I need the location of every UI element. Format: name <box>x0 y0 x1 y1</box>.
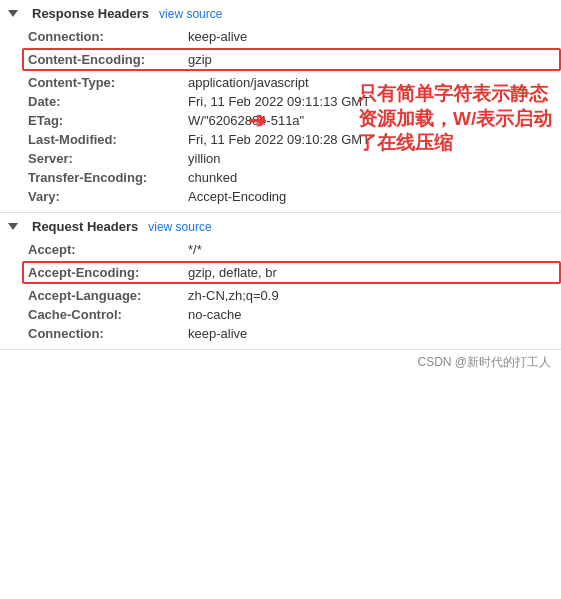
response-server-value: yillion <box>188 151 221 166</box>
request-accept-row: Accept: */* <box>8 240 561 259</box>
request-connection-value: keep-alive <box>188 326 247 341</box>
response-connection-row: Connection: keep-alive <box>8 27 561 46</box>
response-last-modified-key: Last-Modified: <box>28 132 188 147</box>
request-cache-control-row: Cache-Control: no-cache <box>8 305 561 324</box>
request-triangle-icon <box>8 223 22 230</box>
response-etag-value: W/"62062804-511a" <box>188 113 304 128</box>
response-date-key: Date: <box>28 94 188 109</box>
request-accept-encoding-key: Accept-Encoding: <box>28 265 188 280</box>
response-date-row: Date: Fri, 11 Feb 2022 09:11:13 GMT <box>8 92 561 111</box>
response-etag-key: ETag: <box>28 113 188 128</box>
response-triangle-icon <box>8 10 22 17</box>
response-content-type-row: Content-Type: application/javascript <box>8 73 561 92</box>
response-last-modified-row: Last-Modified: Fri, 11 Feb 2022 09:10:28… <box>8 130 561 149</box>
response-connection-key: Connection: <box>28 29 188 44</box>
request-connection-row: Connection: keep-alive <box>8 324 561 343</box>
response-vary-value: Accept-Encoding <box>188 189 286 204</box>
response-date-value: Fri, 11 Feb 2022 09:11:13 GMT <box>188 94 370 109</box>
response-content-encoding-row: Content-Encoding: gzip <box>22 48 561 71</box>
request-accept-encoding-value: gzip, deflate, br <box>188 265 277 280</box>
response-transfer-encoding-row: Transfer-Encoding: chunked <box>8 168 561 187</box>
response-transfer-encoding-value: chunked <box>188 170 237 185</box>
request-accept-value: */* <box>188 242 202 257</box>
request-headers-header: Request Headers view source <box>8 219 561 234</box>
response-content-encoding-value: gzip <box>188 52 212 67</box>
response-server-key: Server: <box>28 151 188 166</box>
request-accept-encoding-row: Accept-Encoding: gzip, deflate, br <box>22 261 561 284</box>
response-content-type-key: Content-Type: <box>28 75 188 90</box>
response-headers-title: Response Headers <box>32 6 149 21</box>
request-connection-key: Connection: <box>28 326 188 341</box>
request-cache-control-value: no-cache <box>188 307 241 322</box>
response-content-type-value: application/javascript <box>188 75 309 90</box>
request-accept-language-value: zh-CN,zh;q=0.9 <box>188 288 279 303</box>
response-server-row: Server: yillion <box>8 149 561 168</box>
response-connection-value: keep-alive <box>188 29 247 44</box>
response-vary-key: Vary: <box>28 189 188 204</box>
watermark: CSDN @新时代的打工人 <box>0 350 561 375</box>
response-etag-row: ETag: W/"62062804-511a" ➔ <box>8 111 561 130</box>
request-accept-language-key: Accept-Language: <box>28 288 188 303</box>
response-headers-section: Response Headers view source Connection:… <box>0 0 561 213</box>
response-content-encoding-key: Content-Encoding: <box>28 52 188 67</box>
request-view-source-link[interactable]: view source <box>148 220 211 234</box>
response-view-source-link[interactable]: view source <box>159 7 222 21</box>
response-vary-row: Vary: Accept-Encoding <box>8 187 561 206</box>
response-last-modified-value: Fri, 11 Feb 2022 09:10:28 GMT <box>188 132 370 147</box>
response-transfer-encoding-key: Transfer-Encoding: <box>28 170 188 185</box>
response-headers-header: Response Headers view source <box>8 6 561 21</box>
request-headers-section: Request Headers view source Accept: */* … <box>0 213 561 350</box>
request-cache-control-key: Cache-Control: <box>28 307 188 322</box>
request-headers-title: Request Headers <box>32 219 138 234</box>
request-accept-language-row: Accept-Language: zh-CN,zh;q=0.9 <box>8 286 561 305</box>
request-accept-key: Accept: <box>28 242 188 257</box>
